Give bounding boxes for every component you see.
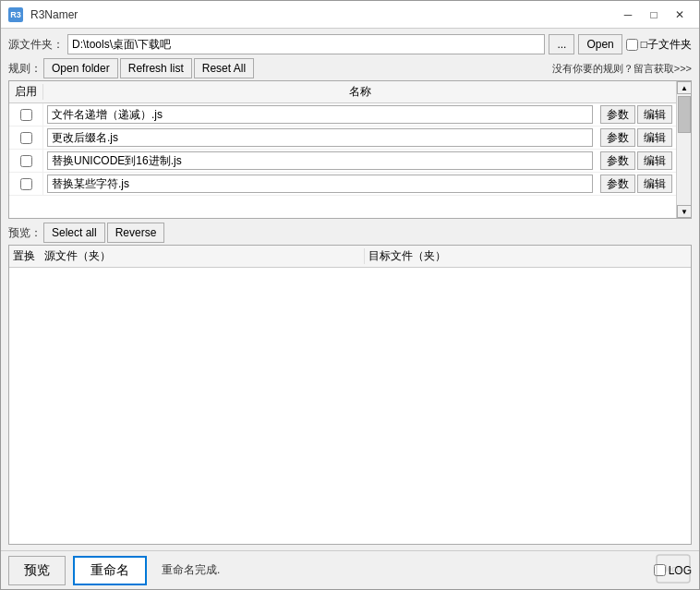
rule-name-cell-4 (42, 173, 597, 195)
rule-actions-4: 参数 编辑 (597, 175, 676, 193)
rule-name-cell-1 (42, 103, 597, 126)
rule-params-button-4[interactable]: 参数 (600, 175, 635, 193)
rule-enabled-3[interactable] (20, 155, 32, 167)
scrollbar-up-arrow[interactable]: ▲ (677, 81, 692, 94)
main-window: R3 R3Namer ─ □ ✕ 源文件夹： ... Open □子文件夹 规 (0, 0, 700, 590)
rules-label: 规则： (8, 61, 42, 77)
minimize-button[interactable]: ─ (616, 5, 640, 25)
open-folder-button[interactable]: Open folder (43, 58, 118, 78)
status-text: 重命名完成. (162, 562, 220, 578)
preview-table-container: 置换 源文件（夹） 目标文件（夹） (8, 245, 692, 545)
scrollbar-track (677, 94, 691, 205)
rename-button[interactable]: 重命名 (73, 556, 147, 585)
rule-edit-button-3[interactable]: 编辑 (637, 151, 672, 170)
rules-table-header: 启用 名称 (9, 81, 676, 103)
reverse-button[interactable]: Reverse (107, 223, 165, 243)
rule-actions-2: 参数 编辑 (597, 128, 676, 147)
preview-body (9, 268, 691, 544)
open-button[interactable]: Open (578, 34, 622, 54)
rules-col-enabled-header: 启用 (9, 84, 42, 100)
rules-toolbar: 规则： Open folder Refresh list Reset All 没… (8, 58, 692, 78)
preview-col-source-header: 源文件（夹） (41, 248, 364, 264)
bottom-bar: 预览 重命名 重命名完成. LOG logo (1, 550, 699, 589)
preview-col-replace-header: 置换 (13, 248, 41, 264)
no-rule-link[interactable]: 没有你要的规则？留言获取>>> (552, 62, 692, 76)
rule-name-input-4[interactable] (47, 175, 593, 193)
rule-name-input-3[interactable] (47, 151, 593, 170)
rules-section: 规则： Open folder Refresh list Reset All 没… (8, 58, 692, 219)
table-row: 参数 编辑 (9, 103, 676, 126)
source-folder-row: 源文件夹： ... Open □子文件夹 (8, 34, 692, 54)
preview-button[interactable]: 预览 (8, 556, 66, 585)
table-row: 参数 编辑 (9, 173, 676, 196)
svg-text:logo: logo (665, 564, 681, 573)
rule-enabled-2[interactable] (20, 132, 32, 144)
subfolder-label: □子文件夹 (641, 37, 692, 53)
rule-name-cell-2 (42, 126, 597, 149)
rule-checkbox-2[interactable] (9, 132, 42, 144)
rule-name-input-1[interactable] (47, 105, 593, 124)
browse-button[interactable]: ... (549, 34, 574, 54)
scrollbar-down-arrow[interactable]: ▼ (677, 205, 692, 218)
rules-table-container: 启用 名称 (8, 80, 692, 219)
preview-label: 预览： (8, 225, 42, 241)
title-bar-left: R3 R3Namer (8, 7, 78, 22)
rule-checkbox-3[interactable] (9, 155, 42, 167)
app-icon: R3 (8, 7, 23, 22)
rules-col-name-header: 名称 (42, 84, 676, 100)
subfolder-checkbox[interactable] (626, 39, 638, 51)
rules-scrollbar[interactable]: ▲ ▼ (676, 81, 691, 218)
subfolder-checkbox-label[interactable]: □子文件夹 (626, 37, 692, 53)
title-bar: R3 R3Namer ─ □ ✕ (1, 1, 699, 29)
close-button[interactable]: ✕ (668, 5, 692, 25)
main-content: 源文件夹： ... Open □子文件夹 规则： Open folder Ref… (1, 29, 699, 550)
rule-edit-button-1[interactable]: 编辑 (637, 105, 672, 124)
maximize-button[interactable]: □ (642, 5, 666, 25)
source-path-input[interactable] (67, 34, 545, 54)
rules-table-inner: 启用 名称 (9, 81, 676, 218)
preview-toolbar: 预览： Select all Reverse (8, 223, 692, 243)
rule-checkbox-1[interactable] (9, 109, 42, 121)
scrollbar-thumb[interactable] (678, 96, 691, 133)
rule-name-cell-3 (42, 150, 597, 172)
table-row: 参数 编辑 (9, 126, 676, 150)
rule-enabled-4[interactable] (20, 178, 32, 190)
rule-actions-1: 参数 编辑 (597, 105, 676, 124)
refresh-list-button[interactable]: Refresh list (120, 58, 192, 78)
preview-table-header: 置换 源文件（夹） 目标文件（夹） (9, 246, 691, 268)
rule-edit-button-4[interactable]: 编辑 (637, 175, 672, 193)
source-folder-label: 源文件夹： (8, 37, 64, 53)
rules-scroll-area: 参数 编辑 (9, 103, 676, 218)
rule-params-button-2[interactable]: 参数 (600, 128, 635, 147)
preview-col-target-header: 目标文件（夹） (364, 248, 688, 264)
rule-params-button-1[interactable]: 参数 (600, 105, 635, 124)
rule-params-button-3[interactable]: 参数 (600, 151, 635, 170)
preview-section: 预览： Select all Reverse 置换 源文件（夹） 目标文件（夹） (8, 223, 692, 545)
select-all-button[interactable]: Select all (43, 223, 105, 243)
rule-enabled-1[interactable] (20, 109, 32, 121)
window-title: R3Namer (30, 8, 78, 21)
title-bar-controls: ─ □ ✕ (616, 5, 692, 25)
rule-actions-3: 参数 编辑 (597, 151, 676, 170)
reset-all-button[interactable]: Reset All (194, 58, 254, 78)
table-row: 参数 编辑 (9, 150, 676, 173)
watermark: logo (655, 553, 692, 585)
rule-name-input-2[interactable] (47, 128, 593, 147)
rule-edit-button-2[interactable]: 编辑 (637, 128, 672, 147)
rule-checkbox-4[interactable] (9, 178, 42, 190)
